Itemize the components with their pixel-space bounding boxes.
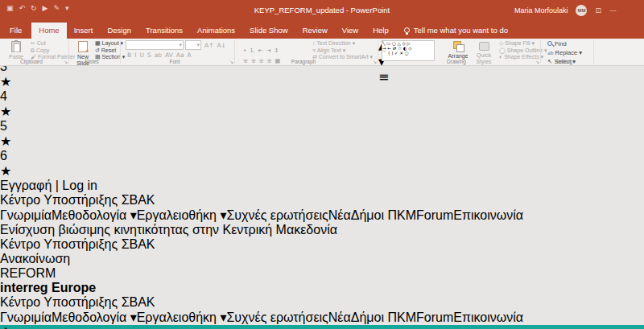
- editing-group-label: Editing: [541, 59, 588, 64]
- slide-number: 4: [0, 89, 644, 104]
- slides-group-label: Slides: [69, 59, 114, 64]
- align-text-button[interactable]: ≡ Align Text ▾: [312, 47, 373, 55]
- font-style-button[interactable]: AV: [163, 51, 175, 59]
- banner-title: Κέντρο Υποστήριξης ΣΒΑΚ: [0, 237, 644, 252]
- current-slide[interactable]: Εγγραφή | Log in Κέντρο Υποστήριξης ΣΒΑΚ…: [0, 179, 644, 329]
- site-nav-link: Γνωριμία: [0, 310, 52, 324]
- site-banner-illustration: Ενίσχυση βιώσιμης κινητικότητας στην Κεν…: [0, 223, 644, 252]
- reform-logo: REFORM interreg Europe: [0, 266, 644, 295]
- paragraph-dialog-launcher[interactable]: ↘: [373, 59, 377, 64]
- clipboard-small-buttons: ✂ Cut ⧉ Copy 🖌 Format Painter: [31, 40, 75, 61]
- find-button[interactable]: Find: [547, 39, 582, 48]
- ribbon-tab[interactable]: View: [335, 23, 365, 39]
- minimize-button[interactable]: —: [609, 6, 617, 14]
- site-nav-link: Νέα: [328, 310, 351, 324]
- site-nav-link: Εργαλειοθήκη ▾: [137, 208, 227, 222]
- animation-star-icon: ★: [0, 163, 644, 179]
- shape-format-buttons: ◇ Shape Fill ▾ ◯ Shape Outline ▾ ◐ Shape…: [499, 40, 547, 61]
- paste-icon: [11, 41, 21, 52]
- arrange-button[interactable]: Arrange: [446, 40, 470, 60]
- announcement-tile: Ανακοίνωση: [0, 252, 644, 266]
- shape-fill-button[interactable]: ◇ Shape Fill ▾: [499, 40, 547, 47]
- font-name-input[interactable]: ▾: [126, 40, 184, 50]
- font-style-button[interactable]: U: [138, 51, 146, 59]
- font-group: ▾ ▾ A↑A↓ BIUSabAVAaA Font ↘: [121, 39, 235, 65]
- ribbon-tabs: FileHomeInsertDesignTransitionsAnimation…: [0, 21, 644, 39]
- ribbon-tab[interactable]: File: [0, 23, 31, 39]
- site-logo: Κέντρο Υποστήριξης ΣΒΑΚ: [0, 193, 644, 208]
- clipboard-group-label: Clipboard: [0, 59, 63, 64]
- slide-canvas: Εγγραφή | Log in Κέντρο Υποστήριξης ΣΒΑΚ…: [0, 179, 644, 329]
- site-nav-link: Forum: [416, 208, 453, 222]
- ribbon-tab[interactable]: Animations: [190, 23, 242, 39]
- category-tile: ♟ Γνωριμία με το ΣΒΑΚ: [0, 325, 644, 329]
- paragraph-group: •1.⇤⇥↕ ≡≡≡≡▦ ↕ Text Direction ▾ ≡ Align …: [235, 39, 378, 65]
- text-direction-button[interactable]: ↕ Text Direction ▾: [312, 40, 373, 47]
- font-dialog-launcher[interactable]: ↘: [229, 59, 233, 64]
- paste-button[interactable]: Paste: [5, 40, 27, 60]
- slide-thumbnail-row: 4 ★: [0, 89, 644, 119]
- clipboard-dialog-launcher[interactable]: ↘: [64, 59, 68, 64]
- animation-star-icon: ★: [0, 104, 644, 119]
- lightbulb-icon: [404, 27, 410, 33]
- ribbon-tab[interactable]: Transitions: [138, 23, 190, 39]
- replace-button[interactable]: ab Replace ▾: [547, 48, 582, 57]
- banner-subtitle: Ενίσχυση βιώσιμης κινητικότητας στην Κεν…: [0, 223, 644, 237]
- ribbon-tab[interactable]: Review: [295, 23, 335, 39]
- font-style-button[interactable]: B: [126, 51, 133, 59]
- cut-button[interactable]: ✂ Cut: [31, 40, 75, 47]
- copy-button[interactable]: ⧉ Copy: [31, 47, 75, 55]
- website-screenshot-home: Εγγραφή | Log in Κέντρο Υποστήριξης ΣΒΑΚ…: [0, 179, 644, 266]
- font-style-button[interactable]: S: [146, 51, 153, 59]
- font-group-label: Font: [121, 59, 229, 64]
- user-avatar[interactable]: MM: [576, 5, 587, 16]
- site-nav: ΓνωριμίαΜεθοδολογία ▾Εργαλειοθήκη ▾Συχνέ…: [0, 310, 644, 325]
- shapes-gallery-row[interactable]: ⌒ ( ) ✓ ✕ ○: [382, 51, 434, 56]
- editing-group: Find ab Replace ▾ ↖ Select ▾ Editing: [541, 39, 594, 65]
- powerpoint-window: ▣ ↶ ↻ ▶ ✎ ▾ KEYP_REFORM_updated - PowerP…: [0, 0, 644, 329]
- site-nav-link: Forum: [416, 310, 453, 324]
- tell-me-label: Tell me what you want to do: [414, 26, 508, 35]
- tell-me-search[interactable]: Tell me what you want to do: [396, 26, 516, 39]
- new-slide-icon: [78, 41, 88, 52]
- site-account-links: Εγγραφή | Log in: [0, 179, 644, 193]
- animation-star-icon: ★: [0, 134, 644, 149]
- arrange-icon: [453, 41, 464, 51]
- animation-star-icon: ★: [0, 74, 644, 89]
- site-nav-link: Νέα: [328, 208, 351, 222]
- font-style-button[interactable]: ab: [153, 51, 163, 59]
- ribbon-tab[interactable]: Help: [365, 23, 396, 39]
- website-screenshot-categories: Κέντρο Υποστήριξης ΣΒΑΚ ΓνωριμίαΜεθοδολο…: [0, 295, 644, 329]
- site-nav-link: Δήμοι ΠΚΜ: [351, 208, 416, 222]
- font-style-button[interactable]: Aa: [175, 51, 186, 59]
- site-logo: Κέντρο Υποστήριξης ΣΒΑΚ: [0, 295, 644, 310]
- slide-number: 6: [0, 149, 644, 163]
- font-size-input[interactable]: ▾: [185, 40, 201, 50]
- site-nav-link: Μεθοδολογία ▾: [52, 208, 137, 222]
- drawing-group: ╲ ▭ ○ △ ◇ ▷→ ← ⇄ ☆ ◐ ◇⌒ ( ) ✓ ✕ ○ ▴▾≡ Ar…: [378, 39, 541, 65]
- slides-group: New Slide ▦ Layout ▾ ↺ Reset ▤ Section ▾…: [69, 39, 121, 65]
- shape-outline-button[interactable]: ◯ Shape Outline ▾: [499, 47, 547, 55]
- site-nav-link: Εργαλειοθήκη ▾: [137, 310, 227, 324]
- signed-in-user[interactable]: Maria Morfoulaki: [514, 6, 568, 14]
- site-nav-link: Γνωριμία: [0, 208, 52, 222]
- slide-thumbnail-row: 6 ★: [0, 149, 644, 179]
- ribbon: Paste ✂ Cut ⧉ Copy 🖌 Format Painter Clip…: [0, 39, 644, 66]
- ribbon-tab[interactable]: Slide Show: [242, 23, 295, 39]
- font-size-step-button[interactable]: A↓: [215, 42, 227, 49]
- clipboard-group: Paste ✂ Cut ⧉ Copy 🖌 Format Painter Clip…: [0, 39, 69, 65]
- category-tile-icon: ♟: [0, 325, 644, 329]
- ribbon-tab[interactable]: Insert: [67, 23, 101, 39]
- site-nav: ΓνωριμίαΜεθοδολογία ▾Εργαλειοθήκη ▾Συχνέ…: [0, 208, 644, 223]
- slide-thumbnail-row: 5 ★: [0, 119, 644, 149]
- font-style-button[interactable]: A: [186, 51, 193, 59]
- site-nav-link: Δήμοι ΠΚΜ: [351, 310, 416, 324]
- ribbon-tab[interactable]: Home: [31, 23, 66, 39]
- find-icon: [547, 41, 552, 46]
- ribbon-tab[interactable]: Design: [100, 23, 138, 39]
- site-nav-link: Συχνές ερωτήσεις: [226, 208, 328, 222]
- font-size-step-button[interactable]: A↑: [203, 42, 215, 49]
- drawing-dialog-launcher[interactable]: ↘: [535, 59, 539, 64]
- category-tiles-panel: ♟ Γνωριμία με το ΣΒΑΚ ⚒ Μεθοδολογία ανάπ…: [0, 325, 644, 329]
- ribbon-display-options-icon[interactable]: ⊡: [595, 6, 601, 14]
